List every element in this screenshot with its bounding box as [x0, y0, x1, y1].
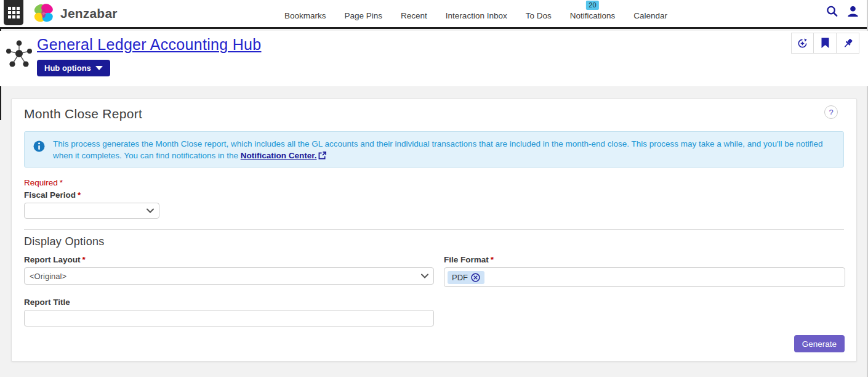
file-format-multiselect[interactable]: PDF: [444, 267, 845, 287]
search-button[interactable]: [825, 4, 838, 18]
fiscal-period-select[interactable]: [24, 203, 159, 219]
page-title: Month Close Report: [24, 107, 142, 121]
report-layout-label: Report Layout*: [24, 255, 86, 264]
hub-options-label: Hub options: [44, 63, 91, 73]
notification-center-link[interactable]: Notification Center.: [241, 151, 317, 160]
hub-title-link[interactable]: General Ledger Accounting Hub: [37, 36, 262, 54]
app-window: Jenzabar Bookmarks Page Pins Recent Inte…: [0, 0, 868, 377]
info-icon: [33, 140, 45, 152]
external-link-icon: [318, 152, 326, 160]
fiscal-period-label-text: Fiscal Period: [24, 190, 76, 200]
refresh-plus-icon: [797, 38, 808, 49]
circled-x-icon: [471, 273, 480, 282]
nav-page-pins[interactable]: Page Pins: [345, 0, 383, 27]
display-options-heading: Display Options: [24, 235, 105, 248]
report-title-label: Report Title: [24, 298, 70, 307]
search-icon: [826, 5, 838, 18]
required-note-text: Required: [24, 178, 58, 187]
question-mark-icon: ?: [829, 108, 833, 117]
report-layout-select-wrap: <Original>: [24, 267, 434, 285]
required-asterisk: *: [60, 178, 63, 187]
brand-logo[interactable]: Jenzabar: [32, 1, 118, 26]
fiscal-period-select-wrap: [24, 203, 159, 219]
nav-notifications-label: Notifications: [570, 11, 616, 20]
nav-to-dos-label: To Dos: [526, 11, 552, 20]
file-format-tag-label: PDF: [452, 273, 468, 282]
required-asterisk: *: [82, 255, 86, 264]
brand-name: Jenzabar: [60, 6, 118, 21]
user-account-button[interactable]: [846, 4, 859, 18]
nav-interaction-inbox-label: Interaction Inbox: [446, 11, 507, 20]
file-format-label: File Format*: [444, 255, 494, 264]
hub-molecule-icon: [5, 38, 33, 70]
hub-options-button[interactable]: Hub options: [37, 60, 110, 76]
top-navigation-bar: Jenzabar Bookmarks Page Pins Recent Inte…: [0, 0, 868, 29]
nav-notifications[interactable]: 20 Notifications: [570, 0, 616, 27]
report-layout-label-text: Report Layout: [24, 255, 81, 264]
help-button[interactable]: ?: [824, 105, 838, 119]
nav-recent[interactable]: Recent: [401, 0, 427, 27]
grid-icon: [8, 7, 20, 18]
notifications-count-badge: 20: [586, 1, 598, 10]
info-alert-text: This process generates the Month Close r…: [53, 138, 835, 161]
bookmark-page-button[interactable]: [814, 33, 837, 54]
required-asterisk: *: [491, 255, 494, 264]
nav-calendar[interactable]: Calendar: [633, 0, 667, 27]
chevron-down-icon: [95, 66, 103, 70]
required-asterisk: *: [78, 190, 81, 200]
top-nav-menu: Bookmarks Page Pins Recent Interaction I…: [284, 0, 667, 27]
report-title-input[interactable]: [24, 310, 434, 326]
file-format-label-text: File Format: [444, 255, 489, 264]
info-alert: This process generates the Month Close r…: [24, 131, 844, 168]
nav-bookmarks[interactable]: Bookmarks: [284, 0, 326, 27]
nav-interaction-inbox[interactable]: Interaction Inbox: [446, 0, 507, 27]
report-layout-select[interactable]: <Original>: [24, 267, 434, 285]
jenzabar-butterfly-icon: [32, 2, 58, 25]
hub-header: General Ledger Accounting Hub Hub option…: [0, 31, 868, 86]
fiscal-period-label: Fiscal Period*: [24, 190, 81, 200]
info-message: This process generates the Month Close r…: [53, 139, 823, 160]
pushpin-icon: [842, 38, 854, 49]
required-fields-note: Required*: [24, 178, 63, 187]
hub-toolbar: [791, 33, 859, 54]
file-format-tag-pdf: PDF: [448, 271, 484, 284]
nav-recent-label: Recent: [401, 11, 427, 20]
report-title-label-text: Report Title: [24, 298, 70, 307]
nav-bookmarks-label: Bookmarks: [284, 11, 326, 20]
app-launcher-button[interactable]: [4, 0, 23, 25]
section-divider: [24, 229, 844, 230]
nav-to-dos[interactable]: To Dos: [526, 0, 552, 27]
nav-page-pins-label: Page Pins: [345, 11, 383, 20]
month-close-report-panel: Month Close Report ? This process genera…: [11, 99, 857, 362]
bookmark-icon: [821, 38, 830, 49]
user-icon: [846, 5, 859, 18]
generate-button[interactable]: Generate: [794, 335, 845, 352]
pin-page-button[interactable]: [837, 33, 859, 54]
remove-tag-button[interactable]: [471, 273, 480, 282]
refresh-add-button[interactable]: [791, 33, 814, 54]
nav-calendar-label: Calendar: [633, 11, 667, 20]
